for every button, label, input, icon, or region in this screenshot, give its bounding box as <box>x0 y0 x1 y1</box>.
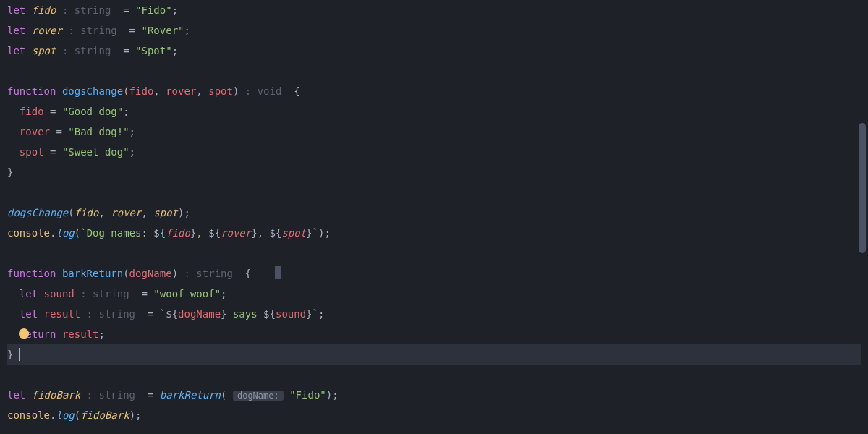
string-literal: "Fido" <box>135 4 172 16</box>
var-spot: spot <box>32 45 56 56</box>
fn-dogsChange: dogsChange <box>62 85 123 97</box>
code-line[interactable]: let sound : string = "woof woof"; <box>7 284 861 304</box>
code-line-empty[interactable] <box>7 61 861 81</box>
code-line-active[interactable]: } <box>7 344 861 365</box>
code-line[interactable]: } <box>7 162 861 182</box>
code-line-empty[interactable] <box>7 365 861 385</box>
keyword-let: let <box>7 4 25 16</box>
code-line[interactable]: function dogsChange(fido, rover, spot) :… <box>7 81 861 101</box>
code-line[interactable]: let rover : string = "Rover"; <box>7 20 861 41</box>
code-line[interactable]: function barkReturn(dogName) : string { <box>7 263 861 284</box>
code-line-empty[interactable] <box>7 243 861 263</box>
code-line[interactable]: rover = "Bad dog!"; <box>7 122 861 142</box>
inlay-hint-dogName: dogName: <box>233 391 284 401</box>
code-line[interactable]: let result : string = `${dogName} says $… <box>7 304 861 324</box>
code-line[interactable]: dogsChange(fido, rover, spot); <box>7 203 861 223</box>
fn-barkReturn: barkReturn <box>62 268 123 279</box>
code-line[interactable]: return result; <box>7 324 861 344</box>
code-line[interactable]: fido = "Good dog"; <box>7 101 861 122</box>
code-line[interactable]: let spot : string = "Spot"; <box>7 41 861 61</box>
code-line[interactable]: spot = "Sweet dog"; <box>7 142 861 162</box>
selection-mark <box>275 266 281 279</box>
code-line[interactable]: console.log(fidoBark); <box>7 405 861 425</box>
type-hint-void: : void <box>239 85 287 97</box>
code-line-empty[interactable] <box>7 182 861 203</box>
code-line[interactable]: let fidoBark : string = barkReturn( dogN… <box>7 385 861 405</box>
type-hint: : string <box>56 4 116 16</box>
lightbulb-icon[interactable] <box>19 328 29 339</box>
var-fido: fido <box>32 4 56 16</box>
code-line[interactable]: let fido : string = "Fido"; <box>7 0 861 20</box>
code-line[interactable]: console.log(`Dog names: ${fido}, ${rover… <box>7 223 861 243</box>
scrollbar-thumb[interactable] <box>859 123 866 253</box>
var-rover: rover <box>32 25 62 36</box>
var-fidoBark: fidoBark <box>32 389 80 401</box>
text-cursor <box>19 348 20 361</box>
